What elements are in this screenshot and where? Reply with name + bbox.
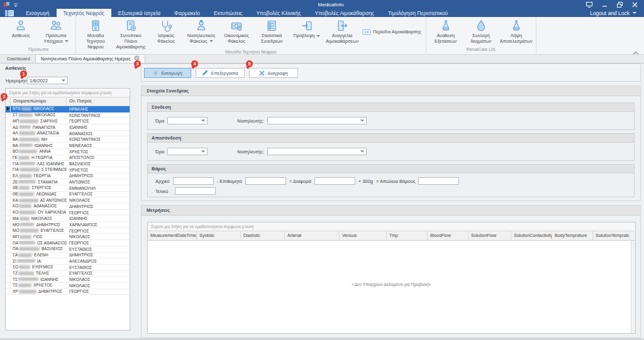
table-row[interactable]: ΑΛΑΝΑΣΤΑΣΙΑΑΘΑΝΑΣΙΟΣ (6, 131, 130, 137)
table-row[interactable]: ΓΕΗ ΓΕΩΡΓΙΑΑΠΟΣΤΟΛΟΣ (6, 155, 130, 162)
row-indicator (6, 185, 11, 191)
redacted-text (19, 290, 36, 293)
connect-nurse-combo[interactable] (267, 117, 367, 124)
delete-button[interactable]: Διαγραφή (249, 68, 298, 78)
date-picker[interactable]: 1/6/2022 (27, 77, 68, 84)
table-row[interactable]: ΧΡΔΗΜΗΤΡΙΟΣΓΕΩΡΓΙΟΣ (6, 289, 130, 295)
table-row[interactable]: ΣΙΙΑΑΛΕΞΑΝΔΡΟΣ (6, 258, 130, 265)
ribbon-button-assign-tests[interactable]: Ανάθεση Εξετάσεων (428, 17, 464, 45)
disconnect-nurse-combo[interactable] (267, 148, 367, 155)
table-row[interactable]: ΣΩΕΥΘΥΜΙΟΣΕΥΣΤΑΘΙΟΣ (6, 265, 130, 271)
session-details-panel: Στοιχεία Συνεδρίας Σύνδεση Ώρα Νοσηλευτή… (141, 85, 641, 201)
ribbon-button-liable-persons[interactable]: Πρόσωπα Υπόχρεοι (38, 17, 74, 45)
table-row[interactable]: ΣΤΝΙΚΟΛΑΟΣΚΩΝΣΤΑΝΤΙΝΟΣ (6, 112, 130, 119)
group-by-hint[interactable]: Σύρετε μια Στήλη για να ομαδοποιήσετε σύ… (148, 222, 635, 231)
document-tab-nursing-day-plan[interactable]: Νοσηλευτικό Πλάνο Αιμοκάθαρσης Ημέρας (35, 54, 145, 63)
weight-final-input[interactable] (175, 187, 216, 195)
weight-loss-input[interactable] (418, 177, 459, 185)
ribbon-button-dialysis-announcement[interactable]: Αναγγελία Αιμοκαθάρσεων (325, 17, 360, 45)
table-row[interactable]: ΤΖΤΕΛΗΣΕΥΑΓΓΕΛΟΣ (6, 271, 130, 277)
insert-button[interactable]: Εισαγωγή (144, 68, 191, 78)
redacted-text (18, 283, 31, 287)
table-row[interactable]: ΜΠΣΙΑΡΧΗΣΓΕΩΡΓΙΟΣ (6, 118, 130, 124)
ribbon-tab-dialysis-submissions[interactable]: Υποβολές Αιμοκάθαρσης (308, 9, 381, 17)
ribbon-tab-printouts[interactable]: Εκτυπώσεις (207, 9, 249, 17)
table-row[interactable]: ΒΑΙΩΑΝΝΗΣΜΕΝΕΛΑΟΣ (6, 143, 130, 149)
table-row[interactable]: ΘΕΛΕΩΝΙΔΑΣΕΥΑΓΓΕΛΟΣ (6, 192, 130, 198)
column-header-arterial[interactable]: Arterial (285, 231, 340, 240)
table-row[interactable]: ΚΟΑΘΑΝΑΣΙΟΣΔΗΜΗΤΡΙΟΣ (6, 204, 130, 210)
vertical-scrollbar[interactable] (631, 241, 635, 333)
weight-plus-label: + 300g (358, 178, 373, 184)
ribbon-button-nursing-file[interactable]: Νοσηλευτικός Φάκελος (184, 17, 219, 45)
column-header-fullname[interactable]: Ονοματεπώνυμο (11, 97, 67, 106)
edit-button[interactable]: Επεξεργασία (196, 68, 245, 78)
table-row[interactable]: ΓΙΑΛΑΣ ΙΩΑΝΝΗΣΒΑΣΙΛΕΙΟΣ (6, 161, 130, 167)
table-row[interactable]: ΤΣΧΡΗΣΤΟΣΝΙΚΟΛΑΟΣ (6, 283, 130, 289)
table-row[interactable]: ΚΑΑΣ ΑΝΤΩΝΙΟΣΝΙΚΟΛΑΟΣ (6, 197, 130, 204)
ribbon-tab-outpatient-clinics[interactable]: Εξωτερικά Ιατρεία (111, 9, 167, 17)
connect-time-combo[interactable] (167, 117, 208, 124)
table-row[interactable]: ΖΕΣΤΑΜΑΤΙΑΑΝΤΩΝΙΟΣ (6, 179, 130, 185)
column-header-tmp[interactable]: Tmp (387, 231, 428, 240)
ribbon-button-forecast[interactable]: Πρόβλεψη (289, 17, 325, 39)
table-row[interactable]: ΜΟΕΥΑΓΓΕΛΟΣΓΕΩΡΓΙΟΣ (6, 228, 130, 234)
column-header-bloodflow[interactable]: BloodFlow (428, 231, 469, 240)
column-header-diastolic[interactable]: Diastolic (241, 231, 285, 240)
column-header-father[interactable]: Ον. Πατρός (67, 97, 130, 106)
column-header-solutioncontactivity[interactable]: SolutionContactivity (511, 231, 552, 240)
table-row[interactable]: ΘΕΣΤΕΡΓΙΟΣΕΜΜΑΝΟΥΗΛ (6, 185, 130, 192)
column-header-measurementdatetime[interactable]: MeasurementDateTime (148, 231, 197, 240)
application-menu-icon[interactable] (0, 9, 19, 17)
ribbon-button-dialysis-periods[interactable]: Περίοδοι Αιμοκάθαρσης (360, 27, 424, 37)
table-row[interactable]: ΜΠΓΙΟΣΝΙΚΟΛΑΟΣ (6, 234, 130, 240)
ribbon-button-financial-file[interactable]: Οικονομικός Φάκελος (219, 17, 254, 45)
table-row[interactable]: ΣΑΕΛΕΝΗΔΗΜΗΤΡΙΟΣ (6, 253, 130, 259)
ribbon-button-kidney-unit[interactable]: Μονάδα Τεχνητού Νεφρού (78, 17, 113, 50)
column-header-venous[interactable]: Venous (340, 231, 387, 240)
table-row[interactable]: ΚΟΟΥ ΧΑΡΙΚΛΕΙΑΓΕΩΡΓΙΟΣ (6, 210, 130, 216)
minimize-icon[interactable] (601, 1, 608, 8)
ribbon-button-get-results[interactable]: Λήψη Αποτελεσμάτων (499, 17, 534, 45)
redacted-text (18, 253, 32, 257)
column-header-solutiontemprature[interactable]: SolutionTemprature (593, 231, 630, 240)
weight-initial-input[interactable] (173, 177, 214, 185)
table-row[interactable]: ΠΑΒΑΣΙΛΕΙΟΣΕΥΣΤΑΘΙΟΣ (6, 246, 130, 253)
ribbon-button-session-statistics[interactable]: Στατιστικά Συνεδριών (254, 17, 289, 45)
disconnect-time-combo[interactable] (167, 148, 208, 155)
patient-name-cell: ΑΔΠΑΝΑΓΙΩΤΑ (11, 125, 67, 130)
ribbon-tab-intro[interactable]: Εισαγωγή (19, 9, 57, 17)
document-tab-dashboard[interactable]: Dashboard (2, 54, 35, 63)
close-icon[interactable] (631, 1, 638, 8)
table-row[interactable]: ΜΟΔΗΜΗΤΡΙΟΣΧΑΡΑΛΑΜΠΟΣ (6, 222, 130, 228)
ribbon-tab-artificial-kidney[interactable]: Τεχνητός Νεφρός (57, 9, 111, 17)
table-row[interactable]: ΕΛΓΕΩΡΓΙΑΔΗΜΗΤΡΙΟΣ (6, 173, 130, 180)
table-row[interactable]: ΓΙΑΣ ΣΤΕΦΑΝΟΣΧΡΗΣΤΟΣ (6, 167, 130, 173)
restore-icon[interactable] (616, 1, 623, 8)
table-row[interactable]: ΑΔΠΑΝΑΓΙΩΤΑΙΩΑΝΝΗΣ (6, 124, 130, 131)
ribbon-button-collect-samples[interactable]: Συλλογή δειγμάτων (464, 17, 499, 45)
ribbon-button-medical-file[interactable]: Ιατρικός Φάκελος (148, 17, 184, 45)
column-header-bodytemprature[interactable]: BodyTemprature (552, 231, 593, 240)
ribbon-button-label: Συλλογή δειγμάτων (464, 33, 499, 45)
ribbon-button-dialysis-summary-plan[interactable]: Συνοπτικό Πλάνο Αιμοκάθαρσης (113, 17, 148, 50)
ribbon-tab-incident-billing[interactable]: Τιμολόγηση Περιστατικού (381, 9, 455, 17)
ribbon-button-patients[interactable]: Ασθενείς (3, 17, 38, 39)
ribbon-tab-pharmacy[interactable]: Φαρμακείο (167, 9, 207, 17)
logout-button[interactable]: Logout and Lock (590, 9, 644, 17)
table-row[interactable]: ΒΟΑΝΝΑΧΡΗΣΤΟΣ (6, 149, 130, 155)
table-row[interactable]: ΤΣΙΩΑΝΝΗΣΝΙΚΟΛΑΟΣ (6, 277, 130, 283)
group-by-hint[interactable]: Σύρετε μια Στήλη για να ομαδοποιήσετε σύ… (6, 89, 130, 97)
ribbon-tab-clinic-submissions[interactable]: Υποβολές Κλινικής (249, 9, 308, 17)
row-indicator (6, 204, 11, 209)
ribbon-tab-row: ΕισαγωγήΤεχνητός ΝεφρόςΕξωτερικά Ιατρεία… (0, 9, 644, 17)
table-row[interactable]: ΠΑΟΣ ΑΘΑΝΑΣΙΟΣΓΕΩΡΓΙΟΣ (6, 240, 130, 246)
weight-diff-input[interactable] (314, 177, 355, 185)
table-row[interactable]: ΜΑΝΙΚΟΛΑΟΣΙΩΑΝΝΗΣ (6, 216, 130, 222)
screen-icon[interactable] (586, 1, 592, 8)
column-header-systolic[interactable]: Systolic (197, 231, 241, 240)
column-header-solutionflow[interactable]: SolutionFlow (469, 231, 511, 240)
table-row[interactable]: ΝΤΕΝΙΚΟΛΑΟΣΗΡΑΚΛΗΣ (6, 106, 130, 112)
weight-desired-input[interactable] (245, 177, 286, 185)
table-row[interactable]: ΒΑΝΗΚΩΝΣΤΑΝΤΙΝΟΣ (6, 136, 130, 143)
